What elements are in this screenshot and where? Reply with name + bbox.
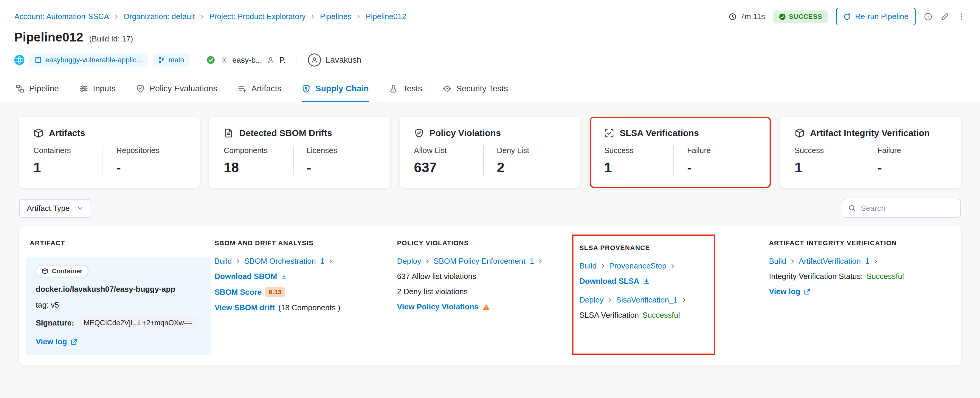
column-header: SBOM AND DRIFT ANALYSIS (215, 235, 385, 257)
download-icon (280, 273, 288, 280)
integrity-stage-link[interactable]: Build (769, 257, 786, 266)
card-title: Artifacts (49, 128, 85, 138)
divider (297, 54, 297, 66)
chevron-right-icon (114, 14, 119, 19)
download-icon (643, 278, 650, 285)
drift-components-count: (18 Components ) (278, 303, 340, 312)
view-log-link[interactable]: View log (36, 337, 77, 346)
artifact-cell: Container docker.io/lavakush07/easy-bugg… (26, 257, 211, 355)
breadcrumb-pipelines[interactable]: Pipelines (320, 12, 352, 21)
branch-link[interactable]: main (153, 53, 189, 67)
slsa-deploy-stage-link[interactable]: Deploy (579, 296, 603, 305)
provenance-step-link[interactable]: ProvenanceStep (609, 261, 667, 271)
view-policy-violations-link[interactable]: View Policy Violations (397, 302, 479, 312)
tab-pipeline[interactable]: Pipeline (16, 76, 59, 102)
slsa-build-stage-link[interactable]: Build (579, 261, 597, 271)
repo-icon (35, 56, 42, 64)
chevron-right-icon (538, 259, 543, 264)
metric-label: Deny List (497, 146, 566, 155)
type-badge-label: Container (52, 267, 83, 275)
trigger-user-icon (267, 56, 275, 64)
download-slsa-link[interactable]: Download SLSA (579, 277, 650, 286)
artifacts-cube-icon (33, 128, 43, 138)
download-sbom-link[interactable]: Download SBOM (215, 272, 288, 281)
tab-label: Security Tests (456, 84, 508, 93)
rerun-label: Re-run Pipeline (855, 12, 908, 21)
tab-policy-evaluations[interactable]: Policy Evaluations (136, 76, 217, 102)
metric-label: Allow List (414, 146, 483, 155)
artifact-type-select[interactable]: Artifact Type (19, 199, 91, 218)
flask-icon (389, 84, 398, 93)
tab-label: Tests (402, 84, 422, 93)
status-badge: SUCCESS (773, 10, 828, 23)
search-input[interactable] (861, 204, 955, 213)
search-icon (848, 205, 856, 212)
sbom-stage-link[interactable]: Build (215, 257, 232, 266)
external-link-icon (71, 339, 77, 345)
chevron-right-icon (310, 14, 315, 19)
column-header: ARTIFACT INTEGRITY VERIFICATION (769, 235, 948, 257)
tab-supply-chain[interactable]: Supply Chain (302, 76, 369, 102)
more-menu-icon[interactable] (957, 13, 966, 21)
breadcrumb-organization[interactable]: Organization: default (123, 12, 195, 21)
metric-value: - (687, 159, 756, 176)
view-sbom-drift-link[interactable]: View SBOM drift (215, 303, 275, 312)
tab-inputs[interactable]: Inputs (79, 76, 116, 102)
metric-value: 637 (414, 159, 483, 176)
integrity-step-link[interactable]: ArtifactVerification_1 (799, 257, 869, 266)
tab-label: Supply Chain (315, 84, 369, 93)
metric-label: Success (795, 146, 864, 155)
slsa-status-prefix: SLSA Verification (579, 310, 639, 320)
integrity-status-value: Successful (867, 272, 904, 281)
external-link-icon (804, 289, 810, 295)
policy-stage-link[interactable]: Deploy (397, 257, 421, 266)
chevron-right-icon (425, 259, 430, 264)
metric-value: 2 (497, 159, 566, 176)
policy-step-link[interactable]: SBOM Policy Enforcement_1 (434, 257, 534, 266)
metric-label: Failure (687, 146, 756, 155)
sbom-score-badge: 6.13 (265, 287, 285, 297)
duration-text: 7m 11s (740, 12, 765, 21)
status-text: SUCCESS (789, 13, 822, 21)
execution-duration: 7m 11s (729, 12, 765, 21)
signature-label: Signature: (36, 318, 74, 328)
info-icon[interactable] (924, 13, 932, 21)
breadcrumb-pipeline012[interactable]: Pipeline012 (366, 12, 406, 21)
artifact-image-name: docker.io/lavakush07/easy-buggy-app (36, 285, 202, 294)
avatar (308, 53, 321, 67)
repo-link[interactable]: easybuggy-vulnerable-applic... (29, 53, 148, 67)
chevron-right-icon (356, 14, 361, 19)
slsa-verification-step-link[interactable]: SlsaVerification_1 (616, 296, 678, 305)
column-integrity-verification: ARTIFACT INTEGRITY VERIFICATION Build Ar… (765, 235, 954, 355)
policy-shield-check-icon (414, 128, 424, 138)
metric-value: 1 (795, 159, 864, 176)
sbom-score-link[interactable]: SBOM Score (215, 288, 262, 297)
rerun-pipeline-button[interactable]: Re-run Pipeline (836, 8, 916, 26)
tab-tests[interactable]: Tests (389, 76, 422, 102)
chevron-right-icon (600, 264, 606, 269)
user-name: Lavakush (326, 55, 361, 65)
commit-status-check-icon (206, 56, 215, 64)
chevron-right-icon (873, 259, 878, 264)
sbom-step-link[interactable]: SBOM Orchestration_1 (244, 257, 325, 266)
tab-security-tests[interactable]: Security Tests (442, 76, 508, 102)
metric-value: 18 (224, 159, 293, 176)
edit-icon[interactable] (941, 13, 949, 21)
integrity-view-log-link[interactable]: View log (769, 287, 810, 296)
chevron-down-icon (77, 205, 83, 211)
metric-label: Licenses (307, 146, 376, 155)
metric-value: 1 (604, 159, 673, 176)
breadcrumb-project[interactable]: Project: Product Exploratory (209, 12, 306, 21)
commit-ref: easy-b... (232, 56, 262, 65)
policy-evaluations-icon (136, 84, 145, 93)
column-header: ARTIFACT (26, 235, 211, 257)
column-artifact: ARTIFACT Container docker.io/lavakush07/… (26, 235, 211, 355)
tab-artifacts[interactable]: Artifacts (237, 76, 282, 102)
card-artifact-integrity: Artifact Integrity Verification Success1… (780, 117, 961, 188)
summary-cards: Artifacts Containers1 Repositories- Dete… (19, 117, 961, 188)
tab-label: Artifacts (251, 84, 282, 93)
breadcrumb-account[interactable]: Account: Automation-SSCA (14, 12, 109, 21)
page-title: Pipeline012 (14, 30, 83, 45)
artifacts-list-icon (237, 84, 247, 93)
integrity-status-prefix: Integrity Verification Status: (769, 272, 863, 281)
